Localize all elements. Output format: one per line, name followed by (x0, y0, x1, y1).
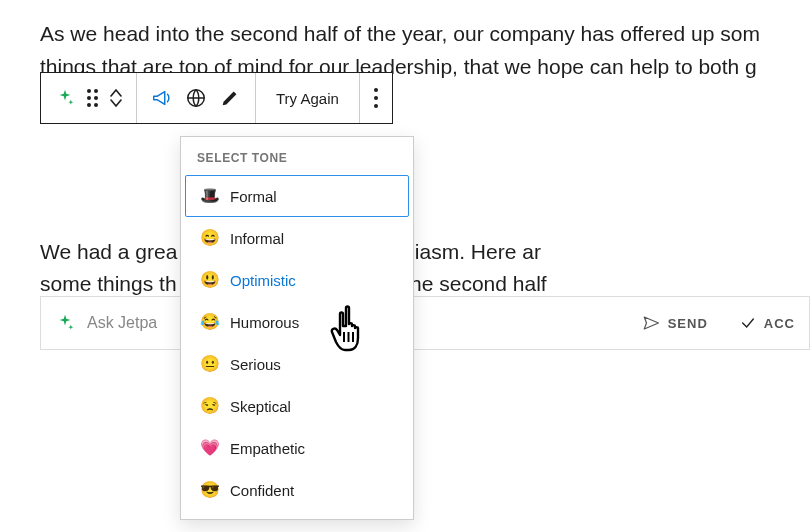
send-label: SEND (668, 316, 708, 331)
try-again-label: Try Again (276, 90, 339, 107)
ai-sparkle-icon (55, 313, 75, 333)
tone-option-label: Serious (230, 356, 281, 373)
more-vertical-icon (374, 88, 378, 108)
tone-dropdown-heading: SELECT TONE (181, 137, 413, 175)
tone-option-label: Humorous (230, 314, 299, 331)
tone-megaphone-icon[interactable] (151, 87, 173, 109)
tone-option-label: Confident (230, 482, 294, 499)
try-again-button[interactable]: Try Again (256, 73, 360, 123)
tone-option-label: Optimistic (230, 272, 296, 289)
tone-option-formal[interactable]: 🎩Formal (185, 175, 409, 217)
toolbar-ai-group (137, 73, 256, 123)
tone-emoji-icon: 😒 (200, 396, 220, 416)
improve-pencil-icon[interactable] (219, 87, 241, 109)
tone-option-label: Skeptical (230, 398, 291, 415)
move-updown-icon[interactable] (110, 89, 122, 107)
tone-emoji-icon: 💗 (200, 438, 220, 458)
tone-option-skeptical[interactable]: 😒Skeptical (185, 385, 409, 427)
tone-emoji-icon: 😎 (200, 480, 220, 500)
tone-emoji-icon: 😃 (200, 270, 220, 290)
tone-emoji-icon: 😐 (200, 354, 220, 374)
tone-option-informal[interactable]: 😄Informal (185, 217, 409, 259)
check-icon (740, 315, 756, 331)
accept-button[interactable]: ACC (740, 315, 795, 331)
toolbar-more-menu[interactable] (360, 73, 392, 123)
tone-option-label: Informal (230, 230, 284, 247)
send-button[interactable]: SEND (642, 314, 708, 332)
tone-emoji-icon: 😂 (200, 312, 220, 332)
tone-option-confident[interactable]: 😎Confident (185, 469, 409, 511)
ai-prompt-bar: Ask Jetpa SEND ACC (40, 296, 810, 350)
toolbar-block-group (41, 73, 137, 123)
tone-option-label: Empathetic (230, 440, 305, 457)
prompt-input[interactable]: Ask Jetpa (87, 314, 157, 332)
tone-dropdown: SELECT TONE 🎩Formal😄Informal😃Optimistic😂… (180, 136, 414, 520)
send-icon (642, 314, 660, 332)
accept-label: ACC (764, 316, 795, 331)
drag-handle-icon[interactable] (87, 89, 98, 107)
block-toolbar: Try Again (40, 72, 393, 124)
tone-option-label: Formal (230, 188, 277, 205)
tone-emoji-icon: 🎩 (200, 186, 220, 206)
tone-emoji-icon: 😄 (200, 228, 220, 248)
ai-sparkle-icon[interactable] (55, 88, 75, 108)
tone-option-empathetic[interactable]: 💗Empathetic (185, 427, 409, 469)
tone-option-optimistic[interactable]: 😃Optimistic (185, 259, 409, 301)
translate-globe-icon[interactable] (185, 87, 207, 109)
pointer-cursor-icon (328, 302, 378, 362)
